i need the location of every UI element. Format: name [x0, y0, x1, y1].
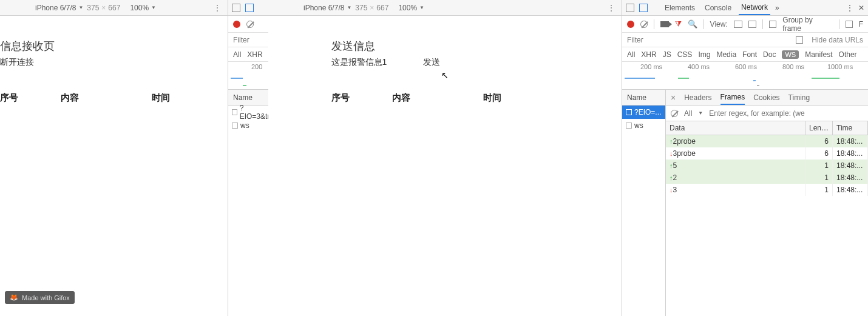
- hide-data-urls-checkbox[interactable]: [796, 36, 803, 44]
- col-data[interactable]: Data: [666, 121, 805, 135]
- zoom-selector[interactable]: 100% ▼: [398, 4, 424, 12]
- fox-icon: 🦊: [10, 294, 18, 301]
- kebab-menu-icon[interactable]: ⋮: [213, 3, 222, 13]
- frame-row[interactable]: ↑2118:48:...: [666, 172, 868, 184]
- send-button[interactable]: 发送: [423, 57, 440, 68]
- viewport-width[interactable]: 375: [355, 4, 367, 12]
- chevron-down-icon: ▼: [347, 5, 351, 10]
- filter-xhr[interactable]: XHR: [641, 50, 656, 59]
- tab-console[interactable]: Console: [702, 4, 734, 12]
- name-column-header[interactable]: Name: [622, 90, 665, 106]
- table-header: 序号 内容 时间: [331, 92, 559, 104]
- tab-elements[interactable]: Elements: [662, 4, 697, 12]
- frames-regex-input[interactable]: [709, 109, 863, 118]
- filter-img[interactable]: Img: [698, 50, 710, 59]
- resource-type-filter: All XHR JS CSS Img Media Font Doc WS Man…: [622, 47, 868, 62]
- waterfall-icon[interactable]: [748, 21, 757, 28]
- filter-css[interactable]: CSS: [677, 50, 693, 59]
- table-header: 序号 内容 时间: [0, 92, 228, 104]
- device-selector[interactable]: iPhone 6/7/8 ▼: [303, 4, 351, 12]
- close-icon[interactable]: ×: [671, 93, 676, 103]
- chevron-down-icon: ▼: [151, 5, 156, 10]
- devtools-tabbar: Elements Console Network » ⋮ ✕: [622, 0, 868, 16]
- request-list: Name ?EIO=... ws: [622, 90, 666, 316]
- frame-row[interactable]: ↑2probe618:48:...: [666, 135, 868, 148]
- frames-filter-all[interactable]: All: [684, 109, 692, 118]
- filter-all[interactable]: All: [627, 50, 635, 59]
- viewport-height[interactable]: 667: [108, 4, 120, 12]
- kebab-menu-icon[interactable]: ⋮: [846, 4, 853, 12]
- zoom-selector[interactable]: 100% ▼: [130, 4, 156, 12]
- search-icon[interactable]: 🔍: [688, 19, 697, 29]
- filter-input[interactable]: [627, 36, 712, 44]
- disconnect-button[interactable]: 断开连接: [0, 57, 34, 68]
- device-viewport: 信息接收页 断开连接 序号 内容 时间 🦊 Made with Gifox: [0, 16, 228, 316]
- chevron-down-icon: ▼: [78, 5, 83, 10]
- tab-network[interactable]: Network: [739, 3, 770, 15]
- device-mode-icon[interactable]: [639, 4, 648, 12]
- request-detail: × Headers Frames Cookies Timing All ▼ Da…: [666, 90, 868, 316]
- chevron-down-icon: ▼: [419, 5, 424, 10]
- filter-bar: Hide data URLs: [622, 33, 868, 47]
- inspect-icon[interactable]: [232, 4, 240, 12]
- viewport-width[interactable]: 375: [87, 4, 99, 12]
- frame-row[interactable]: ↑5118:48:...: [666, 160, 868, 172]
- message-input[interactable]: 这是报警信息1: [331, 57, 387, 68]
- tab-frames[interactable]: Frames: [721, 93, 745, 105]
- frame-row[interactable]: ↓3118:48:...: [666, 184, 868, 196]
- tab-timing[interactable]: Timing: [788, 93, 810, 102]
- device-toolbar-mid: iPhone 6/7/8 ▼ 375 × 667 100% ▼ ⋮: [268, 0, 622, 16]
- device-toolbar-left: iPhone 6/7/8 ▼ 375 × 667 100% ▼ ⋮: [0, 0, 228, 16]
- filter-media[interactable]: Media: [716, 50, 736, 59]
- filter-ws[interactable]: WS: [782, 50, 799, 59]
- gifox-badge: 🦊 Made with Gifox: [5, 291, 75, 304]
- page-title: 信息接收页: [0, 39, 228, 53]
- filter-input[interactable]: [233, 36, 270, 44]
- filter-toggle-icon[interactable]: ⧩: [675, 19, 682, 29]
- cursor-icon: ↖: [441, 70, 449, 80]
- request-row[interactable]: ?EIO=...: [622, 106, 665, 119]
- chevron-down-icon: ▼: [698, 110, 703, 116]
- filter-manifest[interactable]: Manifest: [805, 50, 832, 59]
- clear-icon[interactable]: [640, 21, 648, 28]
- col-length[interactable]: Len…: [805, 121, 832, 135]
- request-row[interactable]: ws: [622, 119, 665, 132]
- screenshot-icon[interactable]: [660, 21, 669, 27]
- filter-font[interactable]: Font: [742, 50, 757, 59]
- tab-cookies[interactable]: Cookies: [753, 93, 779, 102]
- filter-doc[interactable]: Doc: [763, 50, 776, 59]
- close-icon[interactable]: ✕: [858, 4, 864, 12]
- col-time[interactable]: Time: [833, 121, 868, 135]
- filter-js[interactable]: JS: [663, 50, 671, 59]
- tab-headers[interactable]: Headers: [684, 93, 711, 102]
- kebab-menu-icon[interactable]: ⋮: [607, 3, 615, 13]
- device-viewport: 发送信息 这是报警信息1 发送 序号 内容 时间 ↖: [268, 16, 622, 316]
- network-controls: ⧩ 🔍 View: Group by frame F: [622, 16, 868, 33]
- filter-all[interactable]: All: [233, 50, 241, 59]
- device-mode-icon[interactable]: [245, 4, 254, 12]
- clear-icon[interactable]: [246, 21, 254, 28]
- clear-icon[interactable]: [671, 110, 678, 117]
- filter-other[interactable]: Other: [839, 50, 857, 59]
- record-icon[interactable]: [627, 21, 634, 28]
- large-rows-icon[interactable]: [734, 21, 742, 28]
- filter-xhr[interactable]: XHR: [247, 50, 262, 59]
- frames-table: Data Len… Time ↑2probe618:48:...↓3probe6…: [666, 121, 868, 196]
- record-icon[interactable]: [233, 21, 240, 28]
- timeline[interactable]: 200 ms 400 ms 600 ms 800 ms 1000 ms: [622, 62, 868, 90]
- more-tabs-icon[interactable]: »: [775, 4, 779, 12]
- viewport-height[interactable]: 667: [376, 4, 388, 12]
- frame-row[interactable]: ↓3probe618:48:...: [666, 147, 868, 160]
- page-title: 发送信息: [331, 39, 559, 53]
- preserve-log-checkbox[interactable]: [846, 21, 853, 28]
- inspect-icon[interactable]: [626, 4, 634, 12]
- device-selector[interactable]: iPhone 6/7/8 ▼: [35, 4, 83, 12]
- group-by-frame-checkbox[interactable]: [769, 21, 776, 28]
